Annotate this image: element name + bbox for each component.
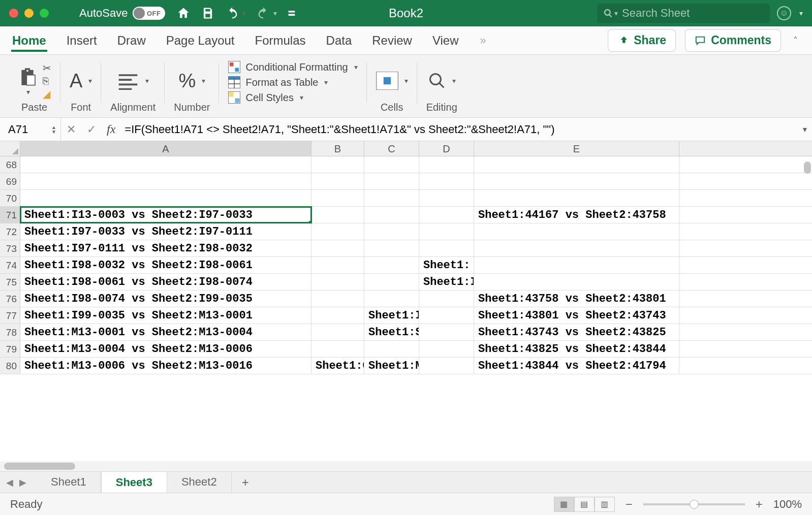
- expand-formula-bar[interactable]: ▼: [798, 125, 812, 134]
- close-button[interactable]: [9, 9, 18, 18]
- autosave-toggle[interactable]: OFF: [133, 7, 165, 20]
- col-header-D[interactable]: D: [419, 141, 474, 156]
- cell[interactable]: Sheet1:M: [364, 358, 419, 374]
- tab-view[interactable]: View: [431, 29, 460, 52]
- cell[interactable]: [311, 240, 364, 256]
- vertical-scrollbar[interactable]: [804, 162, 811, 174]
- cell[interactable]: [364, 274, 419, 290]
- cells-icon[interactable]: [376, 72, 398, 90]
- home-icon[interactable]: [176, 6, 191, 20]
- cell[interactable]: [311, 190, 364, 206]
- cell[interactable]: Sheet1:M13-0004 vs Sheet2:M13-0006: [20, 341, 311, 357]
- cell[interactable]: Sheet1:M13-0001 vs Sheet2:M13-0004: [20, 324, 311, 340]
- row-header[interactable]: 71: [0, 207, 20, 223]
- cut-icon[interactable]: ✂: [43, 62, 51, 74]
- add-sheet-button[interactable]: +: [232, 471, 259, 494]
- tab-page-layout[interactable]: Page Layout: [165, 29, 236, 52]
- row-header[interactable]: 69: [0, 173, 20, 189]
- cell[interactable]: [419, 341, 474, 357]
- cell[interactable]: Sheet1:43801 vs Sheet2:43743: [474, 307, 679, 324]
- cell[interactable]: Sheet1:I98-0032 vs Sheet2:I98-0061: [20, 257, 311, 273]
- titlebar-menu[interactable]: ▾: [799, 9, 803, 17]
- cell[interactable]: [419, 190, 474, 206]
- cell[interactable]: [419, 307, 474, 324]
- cell[interactable]: Sheet1:I98-0061 vs Sheet2:I98-0074: [20, 274, 311, 290]
- cell[interactable]: [419, 324, 474, 340]
- conditional-formatting-button[interactable]: Conditional Formatting▾: [228, 61, 357, 73]
- cell[interactable]: [311, 341, 364, 357]
- cell[interactable]: [311, 291, 364, 307]
- cell[interactable]: [311, 223, 364, 240]
- row-header[interactable]: 72: [0, 223, 20, 240]
- cell[interactable]: [364, 291, 419, 307]
- row-header[interactable]: 74: [0, 257, 20, 273]
- col-header-A[interactable]: A: [20, 141, 311, 156]
- sheet-tab-sheet1[interactable]: Sheet1: [37, 471, 101, 493]
- font-icon[interactable]: A: [70, 70, 82, 92]
- cell[interactable]: Sheet1:S: [364, 324, 419, 340]
- cell[interactable]: [474, 240, 679, 256]
- formula-input[interactable]: [120, 123, 798, 136]
- cell[interactable]: [311, 257, 364, 273]
- cell[interactable]: [311, 274, 364, 290]
- cell[interactable]: [364, 190, 419, 206]
- cell[interactable]: Sheet1:C: [311, 358, 364, 374]
- minimize-button[interactable]: [24, 9, 34, 18]
- cell[interactable]: [364, 257, 419, 273]
- search-input[interactable]: [622, 7, 764, 20]
- row-header[interactable]: 70: [0, 190, 20, 206]
- grid-body[interactable]: 68697071Sheet1:I13-0003 vs Sheet2:I97-00…: [0, 156, 812, 461]
- format-as-table-button[interactable]: Format as Table▾: [228, 76, 328, 88]
- cell[interactable]: [20, 173, 311, 189]
- cell[interactable]: Sheet1:43743 vs Sheet2:43825: [474, 324, 679, 340]
- cell[interactable]: [474, 190, 679, 206]
- cell-styles-button[interactable]: Cell Styles▾: [228, 91, 303, 104]
- row-header[interactable]: 80: [0, 358, 20, 374]
- horizontal-scroll[interactable]: [0, 461, 812, 471]
- view-normal[interactable]: ▦: [554, 497, 574, 512]
- cell[interactable]: Sheet1:43758 vs Sheet2:43801: [474, 291, 679, 307]
- name-box[interactable]: A71 ▲▼: [0, 118, 61, 141]
- search-box[interactable]: ▾: [597, 4, 770, 23]
- zoom-in[interactable]: +: [753, 497, 765, 511]
- horizontal-scrollbar-thumb[interactable]: [4, 463, 75, 470]
- cell[interactable]: Sheet1:I13-0003 vs Sheet2:I97-0033: [20, 207, 311, 223]
- cell[interactable]: [311, 307, 364, 324]
- cell[interactable]: [474, 223, 679, 240]
- tab-draw[interactable]: Draw: [116, 29, 147, 52]
- cell[interactable]: [364, 341, 419, 357]
- col-header-B[interactable]: B: [311, 141, 364, 156]
- sheet-next[interactable]: ▶: [19, 477, 26, 488]
- row-header[interactable]: 77: [0, 307, 20, 324]
- feedback-icon[interactable]: ☺: [777, 6, 791, 20]
- select-all-corner[interactable]: [0, 141, 20, 156]
- col-header-E[interactable]: E: [474, 141, 679, 156]
- ribbon-overflow[interactable]: »: [480, 34, 486, 47]
- cell[interactable]: [474, 156, 679, 173]
- cell[interactable]: [364, 173, 419, 189]
- cell[interactable]: [364, 240, 419, 256]
- cell[interactable]: [474, 257, 679, 273]
- cell[interactable]: [419, 173, 474, 189]
- view-page-break[interactable]: ▥: [595, 497, 615, 512]
- cell[interactable]: [364, 156, 419, 173]
- sheet-prev[interactable]: ◀: [6, 477, 13, 488]
- cell[interactable]: [311, 173, 364, 189]
- find-icon[interactable]: [428, 72, 446, 90]
- fx-icon[interactable]: fx: [107, 122, 115, 136]
- percent-icon[interactable]: %: [178, 70, 196, 92]
- cell[interactable]: Sheet1:44167 vs Sheet2:43758: [474, 207, 679, 223]
- qat-customize[interactable]: 〓: [287, 7, 296, 19]
- sheet-tab-sheet2[interactable]: Sheet2: [167, 471, 232, 493]
- row-header[interactable]: 78: [0, 324, 20, 340]
- cell[interactable]: Sheet1:: [419, 257, 474, 273]
- tab-formulas[interactable]: Formulas: [254, 29, 307, 52]
- cell[interactable]: [419, 240, 474, 256]
- cell[interactable]: [311, 207, 364, 223]
- col-header-C[interactable]: C: [364, 141, 419, 156]
- cell[interactable]: Sheet1:I99-0035 vs Sheet2:M13-0001: [20, 307, 311, 324]
- cell[interactable]: [311, 324, 364, 340]
- view-page-layout[interactable]: ▤: [574, 497, 595, 512]
- cell[interactable]: [474, 274, 679, 290]
- alignment-icon[interactable]: [117, 72, 139, 90]
